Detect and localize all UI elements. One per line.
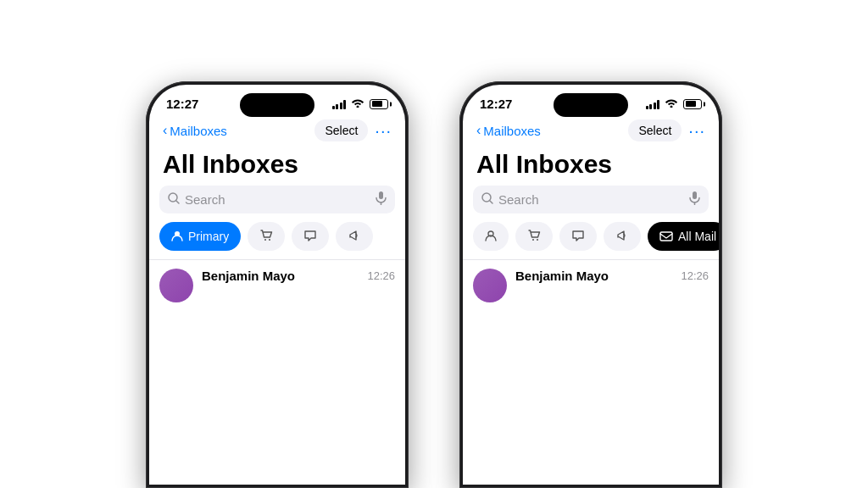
phone-right-screen: 12:27 [463,85,719,485]
tab-chat-left[interactable] [292,222,329,251]
email-item-left[interactable]: Benjamin Mayo 12:26 [149,259,405,311]
avatar-left [159,269,193,302]
sender-name-left: Benjamin Mayo [202,269,295,283]
filter-tabs-right: All Mail [463,222,719,259]
promo-icon-left [348,229,361,245]
svg-point-12 [532,239,534,241]
signal-bars-left [332,99,347,109]
status-bar-right: 12:27 [463,85,719,116]
search-placeholder-right: Search [498,192,684,207]
inbox-title-left: All Inboxes [149,147,405,186]
phone-right: 12:27 [459,81,722,488]
email-header-left: Benjamin Mayo 12:26 [202,269,395,283]
signal-bar-3 [340,103,342,109]
tab-promo-right[interactable] [604,222,641,251]
tab-shopping-left[interactable] [248,222,285,251]
svg-line-8 [490,201,492,203]
mail-icon-right [659,230,673,244]
svg-point-13 [537,239,538,241]
nav-bar-left: ‹ Mailboxes Select ··· [149,116,405,147]
promo-icon-right [615,229,629,245]
nav-bar-right: ‹ Mailboxes Select ··· [463,116,719,147]
search-bar-left[interactable]: Search [159,186,395,214]
email-time-left: 12:26 [367,269,395,282]
battery-icon-right [683,99,702,109]
tab-chat-right[interactable] [559,222,597,251]
signal-bar-2 [336,104,338,109]
email-time-right: 12:26 [681,269,709,282]
select-button-right[interactable]: Select [628,119,682,141]
tab-primary-left[interactable]: Primary [159,222,241,251]
signal-bar-r4 [657,100,659,109]
tab-allmail-right[interactable]: All Mail [648,222,719,251]
signal-bar-r1 [646,106,648,109]
status-time-left: 12:27 [166,97,198,111]
more-button-left[interactable]: ··· [375,121,392,141]
person-icon-right [485,230,497,244]
back-button-left[interactable]: ‹ Mailboxes [163,123,227,138]
svg-line-1 [176,201,179,203]
search-placeholder-left: Search [185,192,370,207]
svg-rect-2 [379,191,383,199]
chevron-left-icon-left: ‹ [163,123,167,138]
battery-icon-left [370,99,388,109]
back-label-left: Mailboxes [170,124,227,138]
svg-rect-14 [660,232,672,241]
svg-point-6 [269,239,270,241]
signal-bar-r3 [654,103,656,109]
status-icons-left [332,97,389,110]
chevron-left-icon-right: ‹ [476,123,481,138]
chat-icon-right [571,229,585,245]
avatar-right [473,269,507,302]
wifi-icon-left [351,97,364,110]
svg-rect-9 [693,191,697,199]
signal-bar-r2 [649,104,652,109]
signal-bars-right [646,99,660,109]
sender-name-right: Benjamin Mayo [515,269,609,283]
phone-left-wrapper: 12:27 [146,81,409,488]
filter-tabs-left: Primary [149,222,405,259]
phone-left-screen: 12:27 [149,85,405,485]
wifi-icon-right [665,97,678,110]
mic-icon-left [376,191,387,208]
person-icon-left [171,230,183,244]
svg-point-5 [264,239,266,241]
email-item-right[interactable]: Benjamin Mayo 12:26 [463,259,719,311]
status-time-right: 12:27 [480,97,512,111]
email-content-right: Benjamin Mayo 12:26 [515,269,709,283]
dynamic-island-left [240,93,314,117]
tab-allmail-label-right: All Mail [678,230,716,243]
mic-icon-right [689,191,700,208]
tab-primary-label-left: Primary [188,230,229,243]
search-bar-right[interactable]: Search [473,186,709,214]
search-icon-right [481,192,493,207]
chat-icon-left [303,229,317,245]
phone-left: 12:27 [146,81,409,488]
nav-right-right: Select ··· [628,119,705,141]
email-content-left: Benjamin Mayo 12:26 [202,269,395,283]
email-header-right: Benjamin Mayo 12:26 [515,269,709,283]
shopping-icon-left [259,229,273,245]
more-button-right[interactable]: ··· [688,121,705,141]
status-icons-right [646,97,703,110]
signal-bar-1 [332,106,335,109]
back-label-right: Mailboxes [483,124,541,138]
tab-shopping-right[interactable] [515,222,553,251]
search-icon-left [168,192,180,207]
shopping-icon-right [527,229,541,245]
battery-fill-right [686,101,697,107]
signal-bar-4 [343,100,346,109]
tab-person-right[interactable] [473,222,509,251]
tab-promo-left[interactable] [336,222,373,251]
battery-fill-left [372,101,383,107]
select-button-left[interactable]: Select [314,119,368,141]
back-button-right[interactable]: ‹ Mailboxes [476,123,541,138]
phone-right-wrapper: 12:27 [459,81,722,488]
nav-right-left: Select ··· [314,119,392,141]
inbox-title-right: All Inboxes [463,147,719,186]
status-bar-left: 12:27 [149,85,405,116]
dynamic-island-right [554,93,628,117]
